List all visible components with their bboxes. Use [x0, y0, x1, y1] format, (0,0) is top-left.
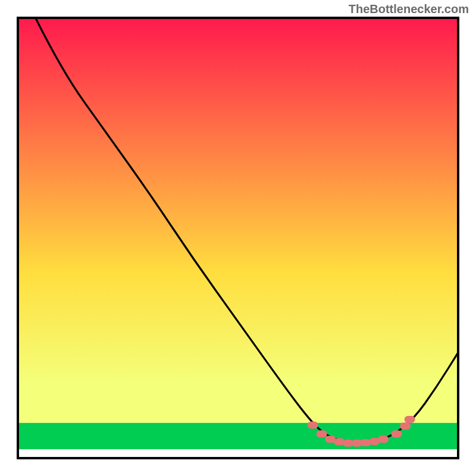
attribution-label: TheBottlenecker.com: [349, 2, 469, 16]
chart-canvas: [0, 0, 476, 476]
white-band: [18, 449, 458, 458]
background-gradient: [18, 18, 458, 423]
optimal-marker: [378, 436, 389, 443]
plot-area: [18, 18, 458, 458]
optimal-marker: [405, 416, 415, 423]
bottleneck-chart: TheBottlenecker.com: [0, 0, 476, 476]
optimal-marker: [308, 422, 318, 429]
optimal-marker: [317, 430, 327, 437]
optimal-marker: [400, 422, 411, 430]
optimal-marker: [391, 430, 402, 437]
